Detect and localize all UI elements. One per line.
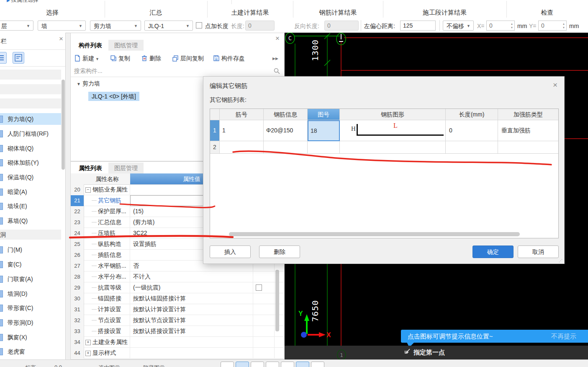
cell-rebar-info[interactable]: Φ20@150 (264, 120, 308, 141)
bottom-toolbar-button[interactable] (311, 362, 324, 367)
ribbon-group-section-results[interactable]: 施工段计算结果 (383, 8, 506, 18)
sidebar-item[interactable]: 飘窗(X) (0, 331, 61, 343)
property-value-cell[interactable] (130, 348, 253, 359)
property-row[interactable]: 33搭接设置按默认搭接设置计算 (71, 326, 284, 337)
left-offset-input[interactable]: 125 (400, 21, 436, 31)
col-header-shape[interactable]: 钢筋图形 (340, 109, 446, 120)
property-name-cell[interactable]: 计算设置 (84, 304, 130, 315)
hint-tooltip[interactable]: 点击图标可调节提示信息位置~ 不再提示 (401, 330, 588, 343)
cell-length[interactable]: 0 (446, 120, 498, 141)
bottom-toolbar-button[interactable] (251, 362, 264, 367)
tree-item-jlq1[interactable]: JLQ-1 <0> [外墙] (88, 92, 139, 101)
empty-cell[interactable] (340, 141, 446, 154)
category-dropdown[interactable]: 墙▼ (38, 21, 86, 31)
cancel-button[interactable]: 取消 (518, 246, 559, 258)
floor-dropdown[interactable]: 层▼ (0, 21, 33, 31)
property-name-cell[interactable]: 其它钢筋 (84, 195, 130, 206)
bottom-toolbar-button[interactable] (281, 362, 294, 367)
property-name-cell[interactable]: 保护层厚... (84, 206, 130, 217)
tab-property-list[interactable]: 属性列表 (73, 163, 108, 173)
x-spinner[interactable]: 0 ▲ ▼ (486, 21, 515, 31)
close-icon[interactable]: × (275, 36, 280, 41)
ribbon-group-check[interactable]: 检查 (506, 8, 588, 18)
spinner-up-icon[interactable]: ▲ (511, 23, 513, 25)
sidebar-item[interactable]: 暗梁(A) (0, 186, 61, 198)
sidebar-item[interactable]: 砌体加筋(Y) (0, 157, 61, 168)
copy-button[interactable]: 复制 (110, 53, 130, 63)
list-view-toggle[interactable] (0, 52, 7, 64)
point-add-length-checkbox[interactable] (196, 22, 202, 28)
bottom-toolbar-button[interactable] (221, 362, 234, 367)
property-name-cell[interactable]: 水平分布... (84, 271, 130, 282)
collapse-icon[interactable]: − (85, 187, 91, 193)
sidebar-group-header[interactable] (0, 98, 61, 109)
property-name-cell[interactable]: 节点设置 (84, 315, 130, 326)
close-icon[interactable]: × (553, 82, 557, 88)
select-by-property-button[interactable]: 按属性选择 (11, 0, 39, 3)
sidebar-item[interactable]: 人防门框墙(RF) (0, 128, 61, 140)
sidebar-item[interactable]: 墙垛(E) (0, 200, 61, 212)
ribbon-group-civil-results[interactable]: 土建计算结果 (207, 8, 293, 18)
element-dropdown[interactable]: JLQ-1▼ (144, 21, 193, 31)
property-row[interactable]: 44+显示样式 (71, 348, 284, 359)
sidebar-item[interactable]: 窗(C) (0, 258, 61, 270)
sidebar-item[interactable]: 门联窗(A) (0, 273, 61, 285)
bottom-toolbar-button[interactable] (236, 362, 249, 367)
spinner-down-icon[interactable]: ▼ (562, 26, 565, 29)
floor-copy-button[interactable]: 层间复制 (172, 53, 204, 63)
property-name-cell[interactable]: +显示样式 (84, 348, 130, 359)
empty-cell[interactable] (264, 141, 308, 154)
sidebar-item[interactable]: 保温墙(Q) (0, 171, 61, 183)
expand-icon[interactable]: + (85, 340, 91, 345)
property-name-cell[interactable]: −钢筋业务属性 (84, 184, 130, 195)
new-button[interactable]: 新建▼ (74, 53, 99, 63)
property-value-cell[interactable] (130, 337, 253, 348)
property-name-cell[interactable]: 水平钢筋... (84, 261, 130, 271)
empty-cell[interactable] (446, 141, 498, 154)
sidebar-item[interactable]: 幕墙(Q) (0, 215, 61, 227)
resize-grip[interactable]: ⋰ (559, 258, 563, 263)
type-dropdown[interactable]: 剪力墙▼ (90, 21, 141, 31)
property-value-cell[interactable]: 按默认计算设置计算 (130, 304, 253, 315)
sidebar-scrollbar[interactable] (62, 80, 65, 170)
sidebar-group-header[interactable] (0, 84, 61, 94)
ribbon-group-summary[interactable]: 汇总 (105, 8, 207, 18)
sidebar-group-header[interactable] (0, 70, 61, 80)
property-name-cell[interactable]: 插筋信息 (84, 250, 130, 261)
property-name-cell[interactable]: 搭接设置 (84, 326, 130, 337)
bottom-toolbar-button[interactable] (266, 362, 279, 367)
component-search[interactable]: 搜索构件... (71, 66, 284, 77)
sidebar-item[interactable]: 带形窗(C) (0, 302, 61, 314)
bottom-toolbar-button[interactable] (296, 362, 309, 367)
sidebar-item[interactable]: 砌体墙(Q) (0, 142, 61, 154)
col-header-tuhao[interactable]: 图号 (308, 109, 340, 120)
tab-drawing-management[interactable]: 图纸管理 (108, 40, 144, 51)
close-icon[interactable]: × (59, 36, 63, 42)
property-value-cell[interactable]: 不计入 (130, 271, 253, 282)
y-spinner[interactable]: 0 ▲ ▼ (538, 21, 567, 31)
property-row[interactable]: 32节点设置按默认节点设置计算 (71, 315, 284, 326)
expand-icon[interactable]: + (85, 351, 91, 356)
col-header-jinhao[interactable]: 筋号 (220, 109, 264, 120)
property-value-cell[interactable]: (一级抗震) (130, 282, 253, 293)
cell-rebar-shape[interactable]: H L (340, 120, 446, 141)
property-name-cell[interactable]: +土建业务属性 (84, 337, 130, 348)
length-input[interactable]: 0 (245, 21, 275, 31)
cell-jinhao[interactable]: 1 (220, 120, 264, 141)
property-scrollbar[interactable] (275, 270, 279, 331)
cell-tuhao-selected[interactable]: 18 (308, 120, 340, 141)
sidebar-item[interactable]: 门(M) (0, 244, 61, 256)
tab-layer-management[interactable]: 图层管理 (108, 163, 144, 173)
cell-strengthen-type[interactable]: 垂直加强筋 (498, 120, 558, 141)
tree-group-shear-wall[interactable]: ▼剪力墙 (77, 80, 100, 88)
dont-show-again-button[interactable]: 不再提示 (551, 330, 576, 343)
insert-button[interactable]: 插入 (210, 246, 251, 258)
delete-button[interactable]: 删除 (141, 53, 161, 63)
offset-mode-dropdown[interactable]: 不偏移▼ (443, 21, 474, 31)
property-value-cell[interactable]: 按默认节点设置计算 (130, 315, 253, 326)
property-name-cell[interactable]: 汇总信息 (84, 217, 130, 228)
col-header-type[interactable]: 加强筋类型 (498, 109, 558, 120)
col-header-length[interactable]: 长度(mm) (446, 109, 498, 120)
empty-cell[interactable] (308, 141, 340, 154)
property-row[interactable]: 34+土建业务属性 (71, 337, 284, 348)
